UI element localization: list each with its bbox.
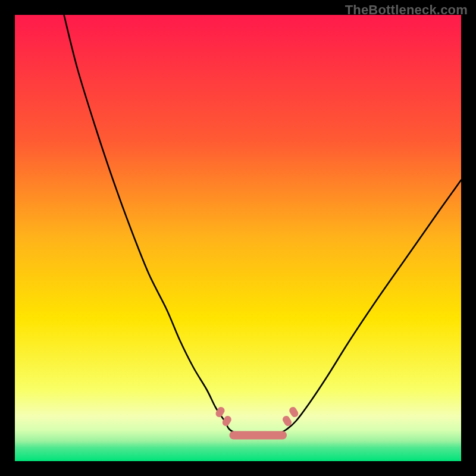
plot-area: [15, 15, 461, 461]
chart-svg: [15, 15, 461, 461]
watermark-text: TheBottleneck.com: [345, 2, 468, 18]
chart-frame: TheBottleneck.com: [0, 0, 476, 476]
